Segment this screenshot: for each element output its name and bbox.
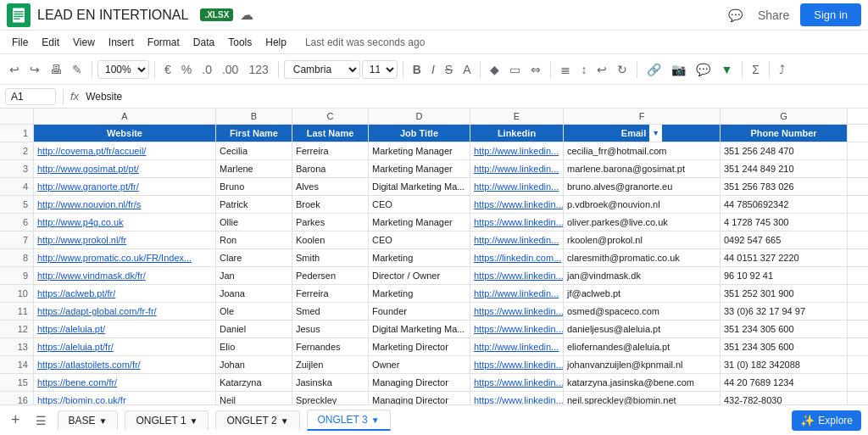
cell-phone-12[interactable]: 351 234 305 600	[721, 321, 848, 337]
cell-website-11[interactable]: https://adapt-global.com/fr-fr/	[34, 303, 216, 320]
cell-email-12[interactable]: danieljesus@aleluia.pt	[564, 321, 721, 337]
font-select[interactable]: Cambria	[284, 60, 360, 79]
cell-linkedin-6[interactable]: https://www.linkedin...	[470, 214, 564, 231]
cell-website-9[interactable]: http://www.vindmask.dk/fr/	[34, 267, 216, 284]
bold-button[interactable]: B	[409, 60, 426, 79]
cell-email-15[interactable]: katarzyna.jasinska@bene.com	[564, 374, 721, 391]
filter-button[interactable]: ▼	[716, 60, 737, 79]
cell-d1[interactable]: Job Title	[369, 125, 470, 142]
cell-linkedin-8[interactable]: https://linkedin.com...	[470, 249, 564, 266]
cell-phone-11[interactable]: 33 (0)6 32 17 94 97	[721, 303, 848, 320]
menu-view[interactable]: View	[68, 35, 100, 50]
cell-linkedin-10[interactable]: http://www.linkedin...	[470, 285, 564, 302]
cell-email-10[interactable]: jf@aclweb.pt	[564, 285, 721, 302]
cell-website-15[interactable]: https://bene.com/fr/	[34, 374, 216, 391]
cell-jobtitle-8[interactable]: Marketing	[369, 249, 470, 266]
menu-format[interactable]: Format	[142, 35, 185, 50]
cell-c1[interactable]: Last Name	[292, 125, 369, 142]
cell-website-5[interactable]: http://www.nouvion.nl/fr/s	[34, 196, 216, 213]
cell-email-9[interactable]: jan@vindmask.dk	[564, 267, 721, 284]
rotate-button[interactable]: ↻	[613, 60, 632, 79]
sheet-menu-button[interactable]: ☰	[31, 411, 51, 430]
menu-tools[interactable]: Tools	[223, 35, 257, 50]
print-button[interactable]: 🖶	[46, 60, 66, 79]
cell-linkedin-9[interactable]: https://www.linkedin...	[470, 267, 564, 284]
increase-decimals-button[interactable]: .00	[218, 60, 242, 79]
cell-email-4[interactable]: bruno.alves@granorte.eu	[564, 178, 721, 195]
borders-button[interactable]: ▭	[505, 60, 525, 79]
add-sheet-button[interactable]: +	[7, 409, 25, 432]
cell-linkedin-4[interactable]: http://www.linkedin...	[470, 178, 564, 195]
tab-onglet3[interactable]: ONGLET 3 ▼	[307, 410, 391, 431]
cell-lastname-10[interactable]: Ferreira	[292, 285, 369, 302]
cell-email-5[interactable]: p.vdbroek@nouvion.nl	[564, 196, 721, 213]
col-header-d[interactable]: D	[369, 109, 470, 124]
cell-jobtitle-4[interactable]: Digital Marketing Ma...	[369, 178, 470, 195]
zoom-select[interactable]: 100%	[97, 60, 149, 79]
cell-lastname-11[interactable]: Smed	[292, 303, 369, 320]
cell-jobtitle-5[interactable]: CEO	[369, 196, 470, 213]
cell-reference-input[interactable]: A1	[5, 88, 56, 105]
functions-button[interactable]: Σ	[748, 60, 764, 79]
col-header-g[interactable]: G	[721, 109, 848, 124]
cell-jobtitle-7[interactable]: CEO	[369, 231, 470, 248]
signin-button[interactable]: Sign in	[800, 3, 861, 26]
cell-email-2[interactable]: cecilia_frr@hotmail.com	[564, 142, 721, 159]
col-header-e[interactable]: E	[470, 109, 564, 124]
cell-email-14[interactable]: johanvanzuijlen@kpnmail.nl	[564, 356, 721, 373]
col-header-b[interactable]: B	[216, 109, 292, 124]
cell-phone-5[interactable]: 44 7850692342	[721, 196, 848, 213]
cell-linkedin-15[interactable]: https://www.linkedin...	[470, 374, 564, 391]
cell-lastname-13[interactable]: Fernandes	[292, 338, 369, 355]
cell-email-8[interactable]: claresmith@promatic.co.uk	[564, 249, 721, 266]
cell-jobtitle-11[interactable]: Founder	[369, 303, 470, 320]
wrap-button[interactable]: ↩	[593, 60, 611, 79]
cell-jobtitle-10[interactable]: Marketing	[369, 285, 470, 302]
merge-button[interactable]: ⇔	[526, 60, 545, 79]
cell-lastname-8[interactable]: Smith	[292, 249, 369, 266]
cell-jobtitle-2[interactable]: Marketing Manager	[369, 142, 470, 159]
cell-phone-15[interactable]: 44 20 7689 1234	[721, 374, 848, 391]
formula-input[interactable]: Website	[82, 89, 863, 104]
cell-lastname-14[interactable]: Zuijlen	[292, 356, 369, 373]
cell-jobtitle-12[interactable]: Digital Marketing Ma...	[369, 321, 470, 337]
redo-button[interactable]: ↪	[25, 60, 44, 79]
undo-button[interactable]: ↩	[5, 60, 24, 79]
cell-linkedin-3[interactable]: http://www.linkedin...	[470, 160, 564, 177]
cell-firstname-4[interactable]: Bruno	[216, 178, 292, 195]
cell-website-6[interactable]: http://www.p4g.co.uk	[34, 214, 216, 231]
cell-website-12[interactable]: https://aleluia.pt/	[34, 321, 216, 337]
percent-button[interactable]: %	[177, 60, 196, 79]
cell-lastname-15[interactable]: Jasinska	[292, 374, 369, 391]
cell-firstname-11[interactable]: Ole	[216, 303, 292, 320]
comment-button[interactable]: 💬	[692, 60, 715, 79]
text-color-button[interactable]: A	[459, 60, 475, 79]
font-size-select[interactable]: 11	[362, 60, 398, 79]
cell-lastname-5[interactable]: Broek	[292, 196, 369, 213]
explore-toolbar-button[interactable]: ⤴	[775, 60, 789, 79]
cell-jobtitle-6[interactable]: Marketing Manager	[369, 214, 470, 231]
menu-file[interactable]: File	[7, 35, 33, 50]
tab-onglet1[interactable]: ONGLET 1 ▼	[125, 410, 209, 430]
cell-firstname-13[interactable]: Elio	[216, 338, 292, 355]
cell-firstname-10[interactable]: Joana	[216, 285, 292, 302]
valign-button[interactable]: ↕	[576, 60, 591, 79]
cell-firstname-2[interactable]: Cecilia	[216, 142, 292, 159]
cell-linkedin-7[interactable]: http://www.linkedin...	[470, 231, 564, 248]
cell-website-14[interactable]: https://atlastoilets.com/fr/	[34, 356, 216, 373]
fill-color-button[interactable]: ◆	[486, 60, 504, 79]
align-button[interactable]: ≣	[556, 60, 575, 79]
cell-lastname-2[interactable]: Ferreira	[292, 142, 369, 159]
paint-format-button[interactable]: ✎	[68, 60, 86, 79]
cell-jobtitle-3[interactable]: Marketing Manager	[369, 160, 470, 177]
cell-email-6[interactable]: oliver.parkes@live.co.uk	[564, 214, 721, 231]
tab-base[interactable]: BASE ▼	[58, 410, 119, 430]
cell-lastname-6[interactable]: Parkes	[292, 214, 369, 231]
cell-website-4[interactable]: http://www.granorte.pt/fr/	[34, 178, 216, 195]
cell-firstname-12[interactable]: Daniel	[216, 321, 292, 337]
cell-linkedin-12[interactable]: https://www.linkedin...	[470, 321, 564, 337]
cell-phone-8[interactable]: 44 0151 327 2220	[721, 249, 848, 266]
decrease-decimals-button[interactable]: .0	[198, 60, 216, 79]
cell-linkedin-13[interactable]: http://www.linkedin...	[470, 338, 564, 355]
col-header-f[interactable]: F	[564, 109, 721, 124]
